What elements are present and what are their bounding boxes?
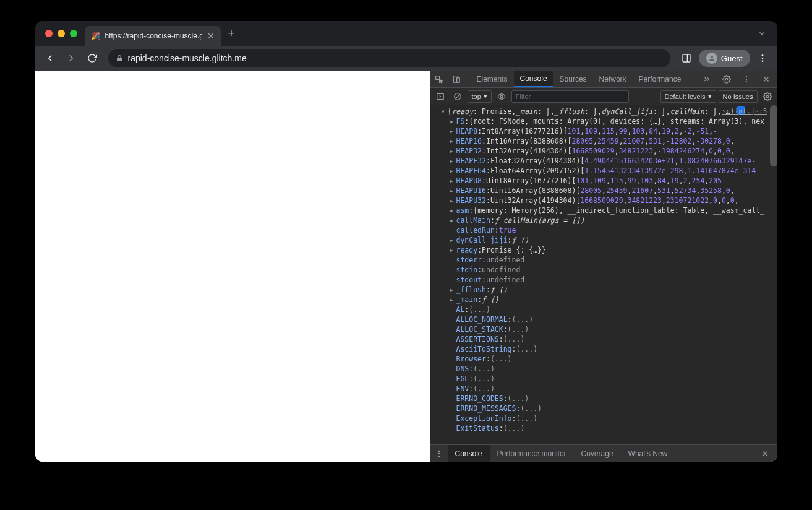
console-property-row[interactable]: stderr: undefined	[432, 255, 777, 265]
filter-input[interactable]	[511, 90, 629, 103]
lock-icon	[116, 54, 123, 62]
console-property-row[interactable]: ASSERTIONS: (...)	[432, 334, 777, 344]
svg-point-12	[745, 80, 746, 82]
console-property-row[interactable]: stdin: undefined	[432, 265, 777, 275]
close-window-button[interactable]	[45, 30, 53, 37]
close-drawer-button[interactable]	[756, 445, 774, 462]
console-property-row[interactable]: ▸HEAPU16: Uint16Array(8388608) [28005, 2…	[432, 186, 777, 196]
context-label: top	[472, 93, 481, 100]
drawer-tab-what-s-new[interactable]: What's New	[621, 445, 675, 462]
console-property-row[interactable]: ▸HEAP32: Int32Array(4194304) [1668509029…	[432, 146, 777, 156]
svg-rect-0	[683, 54, 690, 62]
clear-console-button[interactable]	[450, 89, 465, 104]
live-expression-button[interactable]	[494, 89, 509, 104]
inspect-element-button[interactable]	[430, 71, 448, 88]
console-toolbar: top ▾ Default levels ▾ No Issues	[430, 88, 777, 105]
close-devtools-button[interactable]	[758, 71, 775, 88]
maximize-window-button[interactable]	[70, 30, 77, 37]
devtools-tab-elements[interactable]: Elements	[471, 71, 514, 87]
console-property-row[interactable]: calledRun: true	[432, 225, 777, 235]
svg-point-18	[500, 95, 503, 98]
drawer-tab-performance-monitor[interactable]: Performance monitor	[490, 445, 574, 462]
svg-rect-6	[435, 76, 439, 79]
svg-point-19	[766, 95, 769, 98]
browser-window: 🎉 https://rapid-concise-muscle.g ✕ + rap…	[35, 21, 777, 462]
svg-point-11	[745, 78, 746, 79]
console-property-row[interactable]: AL: (...)	[432, 305, 777, 314]
svg-point-22	[438, 455, 439, 456]
console-property-row[interactable]: AsciiToString: (...)	[432, 344, 777, 354]
devtools-tabs: ElementsConsoleSourcesNetworkPerformance	[471, 71, 688, 87]
console-property-row[interactable]: Browser: (...)	[432, 354, 777, 364]
separator	[468, 74, 468, 85]
minimize-window-button[interactable]	[58, 30, 65, 37]
console-property-row[interactable]: ERRNO_MESSAGES: (...)	[432, 404, 777, 413]
console-property-row[interactable]: ▸ready: Promise {: {…}}	[432, 245, 777, 255]
console-property-row[interactable]: ▸HEAPU32: Uint32Array(4194304) [16685090…	[432, 196, 777, 205]
svg-line-17	[455, 94, 459, 98]
page-viewport[interactable]	[35, 71, 430, 462]
devtools-panel: ElementsConsoleSourcesNetworkPerformance	[430, 71, 777, 462]
device-toolbar-button[interactable]	[448, 71, 465, 88]
console-property-row[interactable]: ▸asm: {memory: Memory(256), __indirect_f…	[432, 205, 777, 215]
forward-button[interactable]	[62, 50, 80, 67]
devtools-tab-sources[interactable]: Sources	[553, 71, 593, 87]
devtools-tab-performance[interactable]: Performance	[633, 71, 688, 87]
console-property-row[interactable]: ExitStatus: (...)	[432, 423, 777, 433]
profile-chip[interactable]: Guest	[699, 50, 750, 67]
back-button[interactable]	[41, 50, 59, 67]
panel-icon[interactable]	[678, 50, 695, 67]
toolbar: rapid-concise-muscle.glitch.me Guest	[35, 46, 777, 71]
console-property-row[interactable]: ▸HEAPF64: Float64Array(2097152) [1.15454…	[432, 166, 777, 176]
more-tabs-button[interactable]	[698, 71, 716, 88]
svg-point-20	[438, 450, 439, 451]
console-property-row[interactable]: ERRNO_CODES: (...)	[432, 394, 777, 404]
toggle-sidebar-button[interactable]	[433, 89, 448, 104]
console-settings-button[interactable]	[760, 89, 775, 104]
favicon-icon: 🎉	[91, 32, 100, 40]
console-property-row[interactable]: ALLOC_NORMAL: (...)	[432, 314, 777, 324]
devtools-tab-console[interactable]: Console	[514, 71, 553, 87]
devtools-settings-button[interactable]	[718, 71, 735, 88]
console-property-row[interactable]: ENV: (...)	[432, 384, 777, 394]
source-link[interactable]: script.js:5	[722, 106, 767, 116]
svg-point-10	[745, 76, 746, 77]
console-property-row[interactable]: ▸FS: {root: FSNode, mounts: Array(0), de…	[432, 116, 777, 126]
console-property-row[interactable]: ▸HEAPF32: Float32Array(4194304) [4.49044…	[432, 156, 777, 166]
issues-button[interactable]: No Issues	[719, 90, 758, 103]
browser-tab[interactable]: 🎉 https://rapid-concise-muscle.g ✕	[85, 26, 221, 46]
console-property-row[interactable]: ▸HEAP8: Int8Array(16777216) [101, 109, 1…	[432, 126, 777, 136]
console-output[interactable]: script.js:5 ▾{ready: Promise, _main: ƒ, …	[430, 105, 777, 444]
devtools-tabbar: ElementsConsoleSourcesNetworkPerformance	[430, 71, 777, 88]
drawer-menu-button[interactable]	[430, 445, 448, 462]
console-property-row[interactable]: stdout: undefined	[432, 275, 777, 285]
console-property-row[interactable]: ▸HEAP16: Int16Array(8388608) [28005, 254…	[432, 136, 777, 146]
svg-point-3	[761, 54, 763, 56]
devtools-tab-network[interactable]: Network	[593, 71, 633, 87]
tab-search-button[interactable]	[758, 29, 771, 38]
console-property-row[interactable]: ▸_main: ƒ ()	[432, 295, 777, 305]
devtools-menu-button[interactable]	[738, 71, 755, 88]
close-tab-button[interactable]: ✕	[207, 31, 215, 41]
console-property-row[interactable]: ▸_fflush: ƒ ()	[432, 285, 777, 295]
console-property-row[interactable]: ▸HEAPU8: Uint8Array(16777216) [101, 109,…	[432, 176, 777, 186]
context-selector[interactable]: top ▾	[468, 90, 492, 103]
console-property-row[interactable]: ▸dynCall_jiji: ƒ ()	[432, 235, 777, 245]
tab-title: https://rapid-concise-muscle.g	[105, 32, 202, 40]
drawer-tab-coverage[interactable]: Coverage	[574, 445, 621, 462]
drawer-tab-console[interactable]: Console	[448, 445, 490, 462]
console-property-row[interactable]: DNS: (...)	[432, 364, 777, 374]
console-property-row[interactable]: EGL: (...)	[432, 374, 777, 384]
issues-label: No Issues	[723, 93, 753, 100]
console-property-row[interactable]: ExceptionInfo: (...)	[432, 413, 777, 423]
log-levels-selector[interactable]: Default levels ▾	[660, 90, 716, 103]
new-tab-button[interactable]: +	[221, 27, 242, 40]
console-property-row[interactable]: ▸callMain: ƒ callMain(args = [])	[432, 215, 777, 225]
reload-button[interactable]	[83, 50, 101, 67]
console-property-row[interactable]: ALLOC_STACK: (...)	[432, 324, 777, 334]
address-bar[interactable]: rapid-concise-muscle.glitch.me	[108, 49, 670, 67]
scrollbar[interactable]	[770, 105, 777, 166]
profile-label: Guest	[721, 54, 743, 63]
url-text: rapid-concise-muscle.glitch.me	[128, 53, 247, 63]
browser-menu-button[interactable]	[754, 50, 771, 67]
